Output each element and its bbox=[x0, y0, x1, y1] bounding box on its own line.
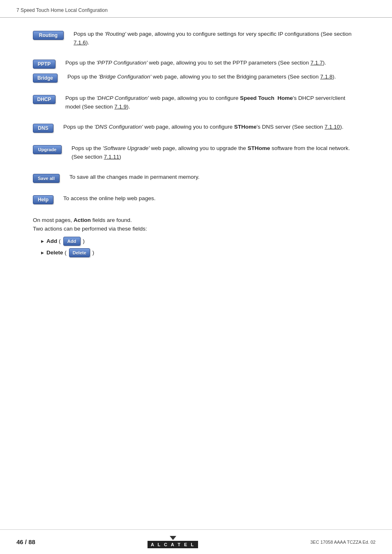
pptp-bridge-group: PPTP Pops up the 'PPTP Configuration' we… bbox=[33, 59, 359, 83]
dhcp-button[interactable]: DHCP bbox=[33, 95, 55, 104]
dhcp-row: DHCP Pops up the 'DHCP Configuration' we… bbox=[33, 94, 359, 111]
upgrade-row: Upgrade Pops up the 'Software Upgrade' w… bbox=[33, 144, 359, 162]
page-footer: 46 / 88 A L C A T E L 3EC 17058 AAAA TCZ… bbox=[0, 529, 392, 554]
help-row: Help To access the online help web pages… bbox=[33, 194, 359, 204]
upgrade-description: Pops up the 'Software Upgrade' web page,… bbox=[71, 144, 359, 162]
action-delete-label: Delete ( bbox=[46, 249, 67, 256]
action-intro-1: On most pages, Action fields are found. bbox=[33, 216, 359, 225]
action-add-close: ) bbox=[83, 238, 85, 244]
bridge-btn-col: Bridge bbox=[33, 73, 58, 83]
routing-description: Pops up the 'Routing' web page, allowing… bbox=[74, 30, 359, 47]
save-all-description: To save all the changes made in permanen… bbox=[69, 173, 359, 182]
action-intro-2: Two actions can be performed via these f… bbox=[33, 224, 359, 233]
help-button[interactable]: Help bbox=[33, 195, 53, 204]
pptp-button[interactable]: PPTP bbox=[33, 60, 55, 69]
pptp-description: Pops up the 'PPTP Configuration' web pag… bbox=[65, 59, 326, 67]
action-delete-close: ) bbox=[92, 249, 95, 256]
routing-button[interactable]: Routing bbox=[33, 31, 64, 40]
dns-row: DNS Pops up the 'DNS Configuration' web … bbox=[33, 123, 359, 133]
alcatel-wordmark: A L C A T E L bbox=[148, 541, 198, 548]
action-add-label: Add ( bbox=[46, 238, 61, 244]
save-all-btn-col: Save all bbox=[33, 173, 60, 183]
bridge-button[interactable]: Bridge bbox=[33, 74, 58, 83]
bridge-description: Pops up the 'Bridge Configuration' web p… bbox=[67, 73, 336, 81]
help-description: To access the online help web pages. bbox=[63, 194, 359, 203]
pptp-btn-col: PPTP bbox=[33, 59, 55, 69]
dhcp-description: Pops up the 'DHCP Configuration' web pag… bbox=[65, 94, 359, 111]
dhcp-btn-col: DHCP bbox=[33, 94, 55, 104]
main-content: Routing Pops up the 'Routing' web page, … bbox=[0, 18, 392, 293]
alcatel-triangle-icon bbox=[170, 536, 176, 540]
action-add-item: Add ( Add ) bbox=[41, 237, 359, 246]
action-section: On most pages, Action fields are found. … bbox=[33, 216, 359, 257]
pptp-row: PPTP Pops up the 'PPTP Configuration' we… bbox=[33, 59, 326, 69]
action-delete-item: Delete ( Delete ) bbox=[41, 248, 359, 257]
routing-row: Routing Pops up the 'Routing' web page, … bbox=[33, 30, 359, 47]
doc-reference: 3EC 17058 AAAA TCZZA Ed. 02 bbox=[310, 540, 376, 545]
save-all-row: Save all To save all the changes made in… bbox=[33, 173, 359, 183]
action-list: Add ( Add ) Delete ( Delete ) bbox=[33, 237, 359, 257]
page-header: 7 Speed Touch Home Local Configuration bbox=[0, 0, 392, 18]
upgrade-btn-col: Upgrade bbox=[33, 144, 62, 154]
dns-description: Pops up the 'DNS Configuration' web page… bbox=[63, 123, 359, 132]
dns-button[interactable]: DNS bbox=[33, 124, 53, 133]
alcatel-logo: A L C A T E L bbox=[148, 536, 198, 548]
dns-btn-col: DNS bbox=[33, 123, 53, 133]
header-text: 7 Speed Touch Home Local Configuration bbox=[16, 7, 108, 13]
bridge-row: Bridge Pops up the 'Bridge Configuration… bbox=[33, 73, 336, 83]
add-button[interactable]: Add bbox=[63, 237, 81, 246]
delete-button[interactable]: Delete bbox=[69, 248, 90, 257]
routing-btn-col: Routing bbox=[33, 30, 64, 40]
page-number: 46 / 88 bbox=[16, 538, 35, 545]
save-all-button[interactable]: Save all bbox=[33, 174, 60, 183]
upgrade-button[interactable]: Upgrade bbox=[33, 145, 62, 154]
help-btn-col: Help bbox=[33, 194, 53, 204]
